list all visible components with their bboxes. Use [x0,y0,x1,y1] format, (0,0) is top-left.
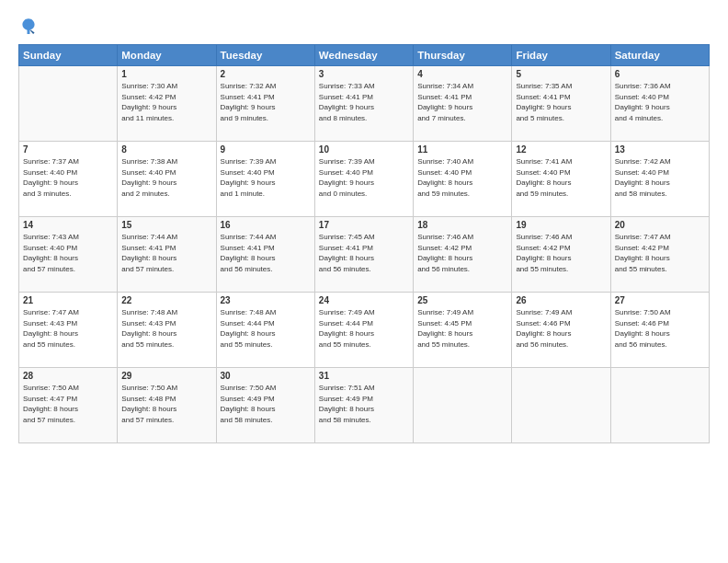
calendar-cell: 4Sunrise: 7:34 AM Sunset: 4:41 PM Daylig… [414,66,512,142]
day-number: 3 [319,69,409,79]
header-day-wednesday: Wednesday [314,45,413,66]
day-number: 29 [121,371,211,381]
day-info: Sunrise: 7:32 AM Sunset: 4:41 PM Dayligh… [221,81,311,123]
week-row-3: 21Sunrise: 7:47 AM Sunset: 4:43 PM Dayli… [19,293,710,368]
day-number: 15 [121,220,211,230]
calendar-cell: 24Sunrise: 7:49 AM Sunset: 4:44 PM Dayli… [314,293,413,368]
day-number: 21 [23,295,113,305]
day-info: Sunrise: 7:38 AM Sunset: 4:40 PM Dayligh… [121,156,211,199]
calendar-cell: 27Sunrise: 7:50 AM Sunset: 4:46 PM Dayli… [610,293,709,368]
calendar-cell: 19Sunrise: 7:46 AM Sunset: 4:42 PM Dayli… [512,217,610,293]
day-info: Sunrise: 7:45 AM Sunset: 4:41 PM Dayligh… [319,232,409,274]
logo [18,17,42,37]
day-number: 14 [23,220,113,230]
calendar-cell: 16Sunrise: 7:44 AM Sunset: 4:41 PM Dayli… [216,217,314,293]
header [18,17,710,37]
day-info: Sunrise: 7:51 AM Sunset: 4:49 PM Dayligh… [319,383,409,425]
week-row-2: 14Sunrise: 7:43 AM Sunset: 4:40 PM Dayli… [19,217,710,293]
day-info: Sunrise: 7:48 AM Sunset: 4:43 PM Dayligh… [121,307,211,350]
day-number: 30 [221,371,311,381]
day-number: 27 [615,295,705,305]
day-number: 31 [319,371,409,381]
calendar-cell: 1Sunrise: 7:30 AM Sunset: 4:42 PM Daylig… [118,66,216,142]
day-number: 5 [516,69,606,79]
week-row-0: 1Sunrise: 7:30 AM Sunset: 4:42 PM Daylig… [19,66,710,142]
day-number: 17 [319,220,409,230]
header-day-tuesday: Tuesday [216,45,314,66]
day-info: Sunrise: 7:42 AM Sunset: 4:40 PM Dayligh… [615,156,705,199]
day-number: 2 [221,69,311,79]
calendar-cell: 10Sunrise: 7:39 AM Sunset: 4:40 PM Dayli… [314,142,413,217]
day-number: 6 [615,69,705,79]
day-info: Sunrise: 7:34 AM Sunset: 4:41 PM Dayligh… [417,81,507,123]
day-number: 16 [221,220,311,230]
day-info: Sunrise: 7:47 AM Sunset: 4:43 PM Dayligh… [23,307,113,350]
day-info: Sunrise: 7:41 AM Sunset: 4:40 PM Dayligh… [516,156,606,199]
calendar-cell: 25Sunrise: 7:49 AM Sunset: 4:45 PM Dayli… [414,293,512,368]
header-day-sunday: Sunday [19,45,118,66]
day-info: Sunrise: 7:43 AM Sunset: 4:40 PM Dayligh… [23,232,113,274]
calendar-header: SundayMondayTuesdayWednesdayThursdayFrid… [19,45,710,66]
header-day-monday: Monday [118,45,216,66]
day-info: Sunrise: 7:44 AM Sunset: 4:41 PM Dayligh… [221,232,311,274]
day-number: 24 [319,295,409,305]
day-info: Sunrise: 7:37 AM Sunset: 4:40 PM Dayligh… [23,156,113,199]
day-info: Sunrise: 7:50 AM Sunset: 4:49 PM Dayligh… [221,383,311,425]
day-info: Sunrise: 7:30 AM Sunset: 4:42 PM Dayligh… [121,81,211,123]
calendar-cell: 20Sunrise: 7:47 AM Sunset: 4:42 PM Dayli… [610,217,709,293]
day-info: Sunrise: 7:49 AM Sunset: 4:46 PM Dayligh… [516,307,606,350]
calendar-cell: 15Sunrise: 7:44 AM Sunset: 4:41 PM Dayli… [118,217,216,293]
calendar-cell: 14Sunrise: 7:43 AM Sunset: 4:40 PM Dayli… [19,217,118,293]
calendar-cell: 31Sunrise: 7:51 AM Sunset: 4:49 PM Dayli… [314,368,413,443]
day-number: 4 [417,69,507,79]
calendar-cell: 26Sunrise: 7:49 AM Sunset: 4:46 PM Dayli… [512,293,610,368]
day-info: Sunrise: 7:49 AM Sunset: 4:45 PM Dayligh… [417,307,507,350]
logo-icon [18,17,39,37]
day-info: Sunrise: 7:46 AM Sunset: 4:42 PM Dayligh… [417,232,507,274]
calendar-cell: 13Sunrise: 7:42 AM Sunset: 4:40 PM Dayli… [610,142,709,217]
day-info: Sunrise: 7:40 AM Sunset: 4:40 PM Dayligh… [417,156,507,199]
calendar-cell: 28Sunrise: 7:50 AM Sunset: 4:47 PM Dayli… [19,368,118,443]
header-day-friday: Friday [512,45,610,66]
day-number: 11 [417,144,507,155]
day-info: Sunrise: 7:36 AM Sunset: 4:40 PM Dayligh… [615,81,705,123]
day-number: 12 [516,144,606,155]
calendar-cell: 9Sunrise: 7:39 AM Sunset: 4:40 PM Daylig… [216,142,314,217]
calendar-cell: 2Sunrise: 7:32 AM Sunset: 4:41 PM Daylig… [216,66,314,142]
day-number: 22 [121,295,211,305]
calendar-cell [512,368,610,443]
calendar-body: 1Sunrise: 7:30 AM Sunset: 4:42 PM Daylig… [19,66,710,443]
header-day-thursday: Thursday [414,45,512,66]
day-info: Sunrise: 7:39 AM Sunset: 4:40 PM Dayligh… [221,156,311,199]
day-number: 20 [615,220,705,230]
day-info: Sunrise: 7:35 AM Sunset: 4:41 PM Dayligh… [516,81,606,123]
day-number: 25 [417,295,507,305]
day-number: 23 [221,295,311,305]
calendar-cell: 12Sunrise: 7:41 AM Sunset: 4:40 PM Dayli… [512,142,610,217]
day-info: Sunrise: 7:50 AM Sunset: 4:46 PM Dayligh… [615,307,705,350]
calendar-cell: 18Sunrise: 7:46 AM Sunset: 4:42 PM Dayli… [414,217,512,293]
calendar-cell: 30Sunrise: 7:50 AM Sunset: 4:49 PM Dayli… [216,368,314,443]
day-number: 9 [221,144,311,155]
day-number: 7 [23,144,113,155]
day-number: 10 [319,144,409,155]
day-number: 8 [121,144,211,155]
calendar-cell: 5Sunrise: 7:35 AM Sunset: 4:41 PM Daylig… [512,66,610,142]
day-info: Sunrise: 7:33 AM Sunset: 4:41 PM Dayligh… [319,81,409,123]
day-number: 28 [23,371,113,381]
calendar-cell: 23Sunrise: 7:48 AM Sunset: 4:44 PM Dayli… [216,293,314,368]
calendar-table: SundayMondayTuesdayWednesdayThursdayFrid… [18,44,710,443]
header-row: SundayMondayTuesdayWednesdayThursdayFrid… [19,45,710,66]
calendar-cell: 7Sunrise: 7:37 AM Sunset: 4:40 PM Daylig… [19,142,118,217]
day-number: 13 [615,144,705,155]
day-info: Sunrise: 7:48 AM Sunset: 4:44 PM Dayligh… [221,307,311,350]
calendar-cell: 21Sunrise: 7:47 AM Sunset: 4:43 PM Dayli… [19,293,118,368]
day-info: Sunrise: 7:50 AM Sunset: 4:48 PM Dayligh… [121,383,211,425]
calendar-cell: 11Sunrise: 7:40 AM Sunset: 4:40 PM Dayli… [414,142,512,217]
calendar-cell: 8Sunrise: 7:38 AM Sunset: 4:40 PM Daylig… [118,142,216,217]
calendar-cell: 29Sunrise: 7:50 AM Sunset: 4:48 PM Dayli… [118,368,216,443]
calendar-cell: 6Sunrise: 7:36 AM Sunset: 4:40 PM Daylig… [610,66,709,142]
calendar-cell: 22Sunrise: 7:48 AM Sunset: 4:43 PM Dayli… [118,293,216,368]
day-number: 19 [516,220,606,230]
calendar-cell [19,66,118,142]
